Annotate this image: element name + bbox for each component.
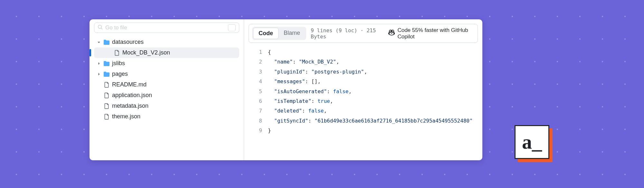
- keyboard-hint-icon: [228, 24, 236, 31]
- file-theme-json[interactable]: theme.json: [94, 111, 239, 122]
- code-line: "isTemplate": true,: [268, 96, 478, 106]
- github-window: datasourcesMock_DB_V2.jsonjslibspagesREA…: [90, 19, 482, 160]
- code-viewer: 123456789 { "name": "Mock_DB_V2", "plugi…: [249, 47, 478, 136]
- code-line: {: [268, 47, 478, 57]
- tree-item-label: datasources: [112, 39, 144, 45]
- line-numbers: 123456789: [249, 47, 268, 136]
- line-number: 4: [249, 77, 262, 86]
- view-mode-tabs: Code Blame: [252, 27, 306, 40]
- file-tree-sidebar: datasourcesMock_DB_V2.jsonjslibspagesREA…: [90, 19, 244, 160]
- chevron-right-icon: [97, 62, 101, 65]
- tab-code[interactable]: Code: [253, 28, 279, 39]
- line-number: 6: [249, 96, 262, 106]
- file-icon: [114, 50, 120, 56]
- code-content: { "name": "Mock_DB_V2", "pluginId": "pos…: [268, 47, 478, 136]
- file-icon: [104, 103, 109, 109]
- tree-item-label: pages: [112, 71, 128, 77]
- folder-pages[interactable]: pages: [94, 69, 239, 79]
- tab-blame[interactable]: Blame: [279, 28, 305, 39]
- folder-datasources[interactable]: datasources: [94, 37, 239, 47]
- line-number: 9: [249, 126, 262, 135]
- file-meta: 9 lines (9 loc) · 215 Bytes: [311, 27, 384, 40]
- chevron-right-icon: [97, 72, 101, 76]
- tree-item-label: theme.json: [112, 113, 140, 120]
- tree-item-label: metadata.json: [112, 103, 148, 109]
- folder-icon: [104, 71, 109, 77]
- tree-item-label: README.md: [112, 81, 147, 88]
- tree-item-label: application.json: [112, 92, 152, 99]
- line-number: 1: [249, 47, 262, 57]
- chevron-down-icon: [97, 40, 101, 44]
- file-application-json[interactable]: application.json: [94, 90, 239, 101]
- tree-item-label: Mock_DB_V2.json: [122, 49, 170, 56]
- appsmith-logo: a_: [515, 125, 549, 159]
- logo-front: a_: [515, 125, 549, 159]
- file-view-main: Code Blame 9 lines (9 loc) · 215 Bytes C…: [244, 19, 482, 160]
- folder-icon: [104, 61, 109, 66]
- code-line: "name": "Mock_DB_V2",: [268, 57, 478, 67]
- folder-icon: [104, 39, 109, 45]
- code-line: "isAutoGenerated": false,: [268, 87, 478, 96]
- code-line: "gitSyncId": "61b6d49e33c6ae6163af2716_6…: [268, 116, 478, 126]
- copilot-promo[interactable]: Code 55% faster with GitHub Copilot: [388, 27, 474, 40]
- folder-jslibs[interactable]: jslibs: [94, 58, 239, 69]
- file-icon: [104, 82, 109, 88]
- file-mock-db-v2-json[interactable]: Mock_DB_V2.json: [94, 47, 239, 58]
- file-icon: [104, 93, 109, 98]
- line-number: 8: [249, 116, 262, 126]
- file-metadata-json[interactable]: metadata.json: [94, 101, 239, 111]
- file-toolbar: Code Blame 9 lines (9 loc) · 215 Bytes C…: [249, 24, 478, 43]
- search-input[interactable]: [105, 25, 225, 31]
- code-line: "pluginId": "postgres-plugin",: [268, 67, 478, 77]
- copilot-promo-text: Code 55% faster with GitHub Copilot: [397, 27, 474, 40]
- code-line: "deleted": false,: [268, 106, 478, 116]
- tree-item-label: jslibs: [112, 60, 125, 67]
- line-number: 2: [249, 57, 262, 67]
- file-readme-md[interactable]: README.md: [94, 79, 239, 90]
- code-line: }: [268, 126, 478, 135]
- search-icon: [98, 25, 103, 31]
- file-icon: [104, 114, 109, 120]
- copilot-icon: [388, 29, 395, 37]
- code-line: "messages": [],: [268, 77, 478, 86]
- line-number: 5: [249, 87, 262, 96]
- file-search[interactable]: [94, 23, 239, 33]
- line-number: 7: [249, 106, 262, 116]
- line-number: 3: [249, 67, 262, 77]
